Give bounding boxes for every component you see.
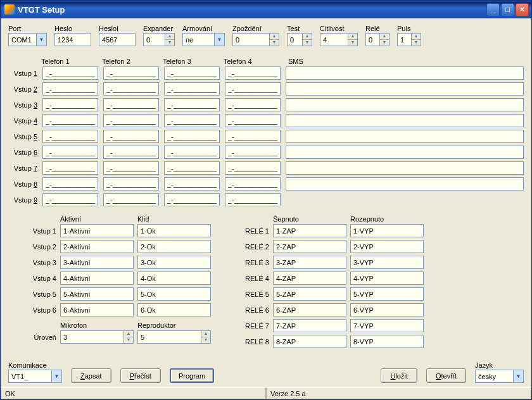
aktivni-input[interactable] <box>60 303 134 316</box>
sepnuto-input[interactable] <box>273 303 346 316</box>
aktivni-input[interactable] <box>60 240 134 253</box>
chevron-down-icon[interactable]: ▼ <box>51 370 62 383</box>
phone-input[interactable] <box>42 98 98 111</box>
rozepnuto-input[interactable] <box>350 256 424 269</box>
phone-input[interactable] <box>103 98 159 111</box>
aktivni-input[interactable] <box>60 224 134 237</box>
jazyk-combo[interactable] <box>475 370 513 383</box>
klid-input[interactable] <box>137 224 211 237</box>
phone-input[interactable] <box>103 82 159 96</box>
rozepnuto-input[interactable] <box>350 287 424 301</box>
zapsat-button[interactable]: Zapsat <box>71 368 111 383</box>
phone-input[interactable] <box>225 146 281 159</box>
phone-input[interactable] <box>225 98 281 111</box>
spin-buttons[interactable]: ▲▼ <box>165 33 175 46</box>
phone-input[interactable] <box>164 98 220 111</box>
phone-input[interactable] <box>103 146 159 159</box>
spin-buttons[interactable]: ▲▼ <box>201 330 211 344</box>
phone-input[interactable] <box>225 161 281 175</box>
close-button[interactable]: × <box>516 3 529 16</box>
rozepnuto-input[interactable] <box>350 224 424 237</box>
phone-input[interactable] <box>164 114 220 127</box>
phone-input[interactable] <box>225 130 281 143</box>
heslo-input[interactable] <box>54 33 91 46</box>
phone-input[interactable] <box>42 177 98 191</box>
spin-buttons[interactable]: ▲▼ <box>348 33 358 46</box>
sms-input[interactable] <box>286 146 524 159</box>
precist-button[interactable]: Přečíst <box>120 368 161 383</box>
test-spin[interactable] <box>287 33 302 46</box>
klid-input[interactable] <box>137 303 211 316</box>
puls-spin[interactable] <box>397 33 411 46</box>
port-combo[interactable] <box>8 33 36 46</box>
sms-input[interactable] <box>286 82 524 96</box>
sepnuto-input[interactable] <box>273 272 346 285</box>
citlivost-spin[interactable] <box>320 33 348 46</box>
aktivni-input[interactable] <box>60 256 134 269</box>
spin-buttons[interactable]: ▲▼ <box>124 330 134 344</box>
phone-input[interactable] <box>225 114 281 127</box>
sms-input[interactable] <box>286 114 524 127</box>
rele-spin[interactable] <box>365 33 379 46</box>
phone-input[interactable] <box>103 177 159 191</box>
klid-input[interactable] <box>137 256 211 269</box>
phone-input[interactable] <box>42 193 98 206</box>
otevrit-button[interactable]: Otevřít <box>426 368 466 383</box>
klid-input[interactable] <box>137 240 211 253</box>
spin-buttons[interactable]: ▲▼ <box>269 33 279 46</box>
sepnuto-input[interactable] <box>273 256 346 269</box>
phone-input[interactable] <box>225 66 281 80</box>
phone-input[interactable] <box>42 146 98 159</box>
armovani-combo[interactable] <box>182 33 214 46</box>
heslol-input[interactable] <box>99 33 136 46</box>
rozepnuto-input[interactable] <box>350 272 424 285</box>
phone-input[interactable] <box>164 193 220 206</box>
aktivni-input[interactable] <box>60 272 134 285</box>
sms-input[interactable] <box>286 177 524 191</box>
rozepnuto-input[interactable] <box>350 335 424 348</box>
mikrofon-spin[interactable] <box>60 330 124 344</box>
sepnuto-input[interactable] <box>273 224 346 237</box>
klid-input[interactable] <box>137 287 211 301</box>
rozepnuto-input[interactable] <box>350 303 424 316</box>
phone-input[interactable] <box>42 82 98 96</box>
rozepnuto-input[interactable] <box>350 319 424 332</box>
reproduktor-spin[interactable] <box>137 330 201 344</box>
minimize-button[interactable]: _ <box>486 3 500 16</box>
sms-input[interactable] <box>286 98 524 111</box>
chevron-down-icon[interactable]: ▼ <box>214 33 225 46</box>
phone-input[interactable] <box>225 193 281 206</box>
spin-buttons[interactable]: ▲▼ <box>379 33 390 46</box>
sms-input[interactable] <box>286 66 524 80</box>
sepnuto-input[interactable] <box>273 335 346 348</box>
klid-input[interactable] <box>137 272 211 285</box>
chevron-down-icon[interactable]: ▼ <box>36 33 47 46</box>
komunikace-combo[interactable] <box>8 370 51 383</box>
aktivni-input[interactable] <box>60 287 134 301</box>
phone-input[interactable] <box>42 130 98 143</box>
phone-input[interactable] <box>164 177 220 191</box>
phone-input[interactable] <box>164 66 220 80</box>
zpozdeni-spin[interactable] <box>232 33 269 46</box>
phone-input[interactable] <box>42 114 98 127</box>
rozepnuto-input[interactable] <box>350 240 424 253</box>
phone-input[interactable] <box>103 114 159 127</box>
phone-input[interactable] <box>225 177 281 191</box>
program-button[interactable]: Program <box>170 368 214 383</box>
phone-input[interactable] <box>164 130 220 143</box>
phone-input[interactable] <box>164 82 220 96</box>
phone-input[interactable] <box>103 161 159 175</box>
phone-input[interactable] <box>225 82 281 96</box>
sepnuto-input[interactable] <box>273 287 346 301</box>
chevron-down-icon[interactable]: ▼ <box>513 370 524 383</box>
sepnuto-input[interactable] <box>273 240 346 253</box>
phone-input[interactable] <box>42 161 98 175</box>
phone-input[interactable] <box>103 130 159 143</box>
sms-input[interactable] <box>286 161 524 175</box>
phone-input[interactable] <box>103 66 159 80</box>
spin-buttons[interactable]: ▲▼ <box>411 33 421 46</box>
phone-input[interactable] <box>42 66 98 80</box>
phone-input[interactable] <box>164 146 220 159</box>
maximize-button[interactable]: □ <box>501 3 514 16</box>
expander-spin[interactable] <box>143 33 165 46</box>
